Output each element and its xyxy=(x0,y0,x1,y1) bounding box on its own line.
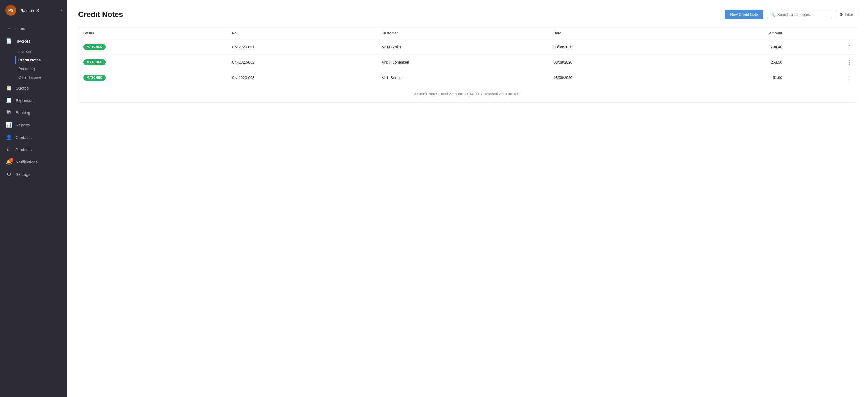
credit-notes-table: Status No. Customer Date ↓ xyxy=(79,27,857,85)
sidebar-sub-item-other-income[interactable]: Other Income xyxy=(15,73,67,82)
content-area: Credit Notes New Credit Note 🔍 ⚙ Filter xyxy=(67,0,868,397)
sidebar-item-expenses[interactable]: 🧾 Expenses xyxy=(0,94,67,106)
expenses-icon: 🧾 xyxy=(6,97,12,103)
sidebar-item-notifications[interactable]: 🔔 7 Notifications xyxy=(0,156,67,168)
sidebar-item-contacts[interactable]: 👤 Contacts xyxy=(0,131,67,144)
table-body: MATCHED CN-2020-001 Mr M Smith 03/08/202… xyxy=(79,39,857,85)
sidebar-item-home[interactable]: ⌂ Home xyxy=(0,23,67,35)
quotes-icon: 📋 xyxy=(6,85,12,91)
sidebar-nav: ⌂ Home 📄 Invoices Invoices Credit Notes … xyxy=(0,21,67,397)
cell-status: MATCHED xyxy=(79,55,227,70)
filter-icon: ⚙ xyxy=(840,12,843,17)
main-content: Credit Notes New Credit Note 🔍 ⚙ Filter xyxy=(67,0,868,397)
contacts-icon: 👤 xyxy=(6,134,12,140)
cell-status: MATCHED xyxy=(79,70,227,86)
table-header-row: Status No. Customer Date ↓ xyxy=(79,27,857,39)
sidebar-item-label: Contacts xyxy=(16,135,32,140)
cell-amount: 51.60 xyxy=(681,70,787,86)
status-badge: MATCHED xyxy=(83,59,106,65)
row-action-menu[interactable]: ⋮ xyxy=(787,70,857,86)
sidebar-sub-item-credit-notes[interactable]: Credit Notes xyxy=(15,56,67,64)
status-badge: MATCHED xyxy=(83,75,106,81)
sidebar-item-label: Banking xyxy=(16,110,30,115)
header-actions: New Credit Note 🔍 ⚙ Filter xyxy=(725,10,857,20)
cell-no: CN-2020-001 xyxy=(227,39,377,55)
row-action-menu[interactable]: ⋮ xyxy=(787,55,857,70)
banking-icon: 🏛 xyxy=(6,110,12,116)
sidebar-item-quotes[interactable]: 📋 Quotes xyxy=(0,82,67,94)
home-icon: ⌂ xyxy=(6,26,12,32)
table-row: MATCHED CN-2020-003 Mr K Bennett 03/08/2… xyxy=(79,70,857,86)
row-action-menu[interactable]: ⋮ xyxy=(787,39,857,55)
sidebar-item-label: Invoices xyxy=(16,39,30,43)
col-amount: Amount xyxy=(681,27,787,39)
cell-customer: Mr K Bennett xyxy=(377,70,549,86)
sidebar-sub-item-invoices[interactable]: Invoices xyxy=(15,47,67,56)
new-credit-note-button[interactable]: New Credit Note xyxy=(725,10,763,20)
search-input[interactable] xyxy=(777,12,828,17)
col-date[interactable]: Date ↓ xyxy=(549,27,681,39)
cell-date: 03/08/2020 xyxy=(549,70,681,86)
col-status: Status xyxy=(79,27,227,39)
credit-notes-table-container: Status No. Customer Date ↓ xyxy=(78,27,857,103)
table-footer: 3 Credit Notes. Total Amount: 1,014.00. … xyxy=(79,85,857,102)
reports-icon: 📊 xyxy=(6,122,12,128)
search-box: 🔍 xyxy=(767,10,832,19)
notifications-icon: 🔔 7 xyxy=(6,159,12,165)
notification-badge: 7 xyxy=(9,158,13,162)
sidebar-item-label: Home xyxy=(16,26,26,31)
table-row: MATCHED CN-2020-001 Mr M Smith 03/08/202… xyxy=(79,39,857,55)
invoices-icon: 📄 xyxy=(6,38,12,44)
status-badge: MATCHED xyxy=(83,44,106,50)
cell-amount: 704.40 xyxy=(681,39,787,55)
sidebar-item-label: Notifications xyxy=(16,160,38,164)
sidebar-item-banking[interactable]: 🏛 Banking xyxy=(0,106,67,119)
filter-button[interactable]: ⚙ Filter xyxy=(836,10,857,19)
sidebar-item-label: Settings xyxy=(16,172,30,177)
avatar: PS xyxy=(5,5,16,16)
sidebar: PS Platinum S ▾ ⌂ Home 📄 Invoices Invoic… xyxy=(0,0,67,397)
col-no: No. xyxy=(227,27,377,39)
sidebar-item-reports[interactable]: 📊 Reports xyxy=(0,119,67,131)
sidebar-sub-item-recurring[interactable]: Recurring xyxy=(15,64,67,73)
sidebar-item-label: Reports xyxy=(16,123,30,127)
settings-icon: ⚙ xyxy=(6,171,12,177)
cell-date: 03/08/2020 xyxy=(549,39,681,55)
col-actions xyxy=(787,27,857,39)
sidebar-item-label: Quotes xyxy=(16,86,29,90)
sidebar-item-settings[interactable]: ⚙ Settings xyxy=(0,168,67,180)
products-icon: 🏷 xyxy=(6,147,12,152)
cell-date: 03/08/2020 xyxy=(549,55,681,70)
col-customer: Customer xyxy=(377,27,549,39)
sort-icon: ↓ xyxy=(563,31,565,35)
page-header: Credit Notes New Credit Note 🔍 ⚙ Filter xyxy=(78,10,857,20)
invoices-submenu: Invoices Credit Notes Recurring Other In… xyxy=(0,47,67,82)
cell-customer: Mr M Smith xyxy=(377,39,549,55)
sidebar-item-label: Products xyxy=(16,147,32,152)
sidebar-item-products[interactable]: 🏷 Products xyxy=(0,144,67,156)
company-name: Platinum S xyxy=(20,8,57,13)
chevron-down-icon: ▾ xyxy=(60,8,62,12)
company-header[interactable]: PS Platinum S ▾ xyxy=(0,0,67,21)
sidebar-item-invoices[interactable]: 📄 Invoices xyxy=(0,35,67,47)
cell-amount: 258.00 xyxy=(681,55,787,70)
cell-customer: Mrs H Johansen xyxy=(377,55,549,70)
page-title: Credit Notes xyxy=(78,10,123,19)
cell-no: CN-2020-003 xyxy=(227,70,377,86)
cell-no: CN-2020-002 xyxy=(227,55,377,70)
table-row: MATCHED CN-2020-002 Mrs H Johansen 03/08… xyxy=(79,55,857,70)
search-icon: 🔍 xyxy=(771,12,775,17)
cell-status: MATCHED xyxy=(79,39,227,55)
sidebar-item-label: Expenses xyxy=(16,98,33,103)
